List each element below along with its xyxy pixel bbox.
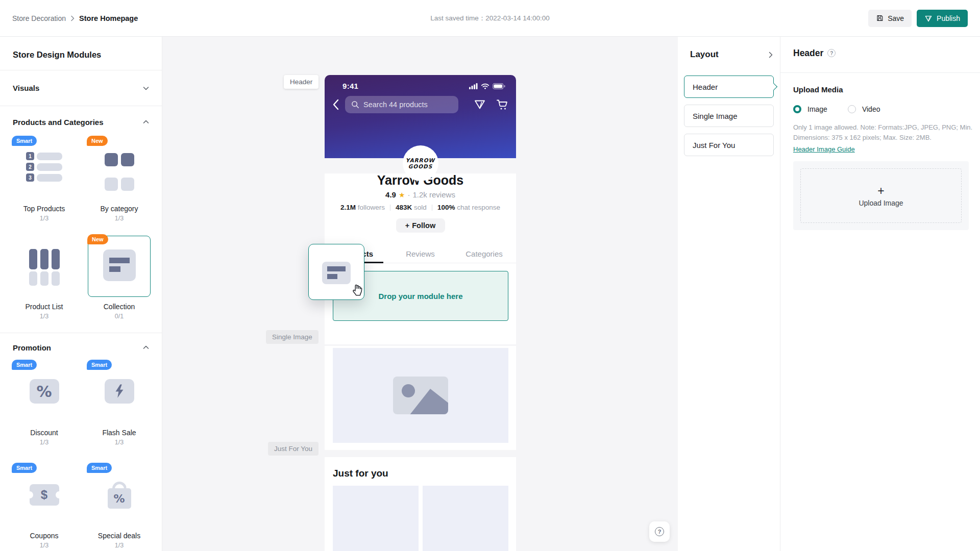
modules-sidebar: Store Design Modules Visuals Products an… xyxy=(0,37,162,551)
layout-item-just-for-you[interactable]: Just For You xyxy=(684,134,774,156)
radio-video[interactable] xyxy=(848,105,856,113)
save-icon xyxy=(876,14,884,22)
save-button[interactable]: Save xyxy=(868,10,912,27)
tab-reviews[interactable]: Reviews xyxy=(388,245,452,263)
image-placeholder-icon xyxy=(393,377,448,414)
status-time: 9:41 xyxy=(342,82,358,90)
help-button[interactable]: ? xyxy=(649,521,670,542)
search-placeholder: Search 44 products xyxy=(363,101,428,109)
store-decoration-app: Store Decoration Store Homepage Last sav… xyxy=(0,0,980,551)
save-button-label: Save xyxy=(888,14,904,22)
new-badge: New xyxy=(87,234,108,244)
wifi-icon xyxy=(481,83,489,89)
breadcrumb-store-homepage: Store Homepage xyxy=(79,14,138,22)
smart-badge: Smart xyxy=(87,463,112,473)
smart-badge: Smart xyxy=(12,360,37,370)
follow-button[interactable]: + Follow xyxy=(396,218,445,233)
upload-image-label: Upload Image xyxy=(859,199,903,207)
info-icon[interactable]: ? xyxy=(827,49,836,57)
products-modules-grid: Smart 1 2 3 Top Products 1/3 New xyxy=(0,138,162,320)
header-panel-title: Header xyxy=(793,48,823,59)
search-icon xyxy=(351,101,359,109)
tab-categories[interactable]: Categories xyxy=(452,245,516,263)
radio-video-label[interactable]: Video xyxy=(862,105,880,113)
selected-pointer xyxy=(770,83,777,90)
single-image-module-tag[interactable]: Single Image xyxy=(266,330,318,344)
special-deals-bag-icon: % xyxy=(108,488,131,509)
chevron-down-icon xyxy=(143,86,149,90)
collection-module-icon xyxy=(322,262,351,284)
dragged-collection-module[interactable] xyxy=(308,244,364,300)
store-rating: 4.9 ★ · 1.2k reviews xyxy=(325,190,516,199)
smart-badge: Smart xyxy=(12,463,37,473)
upload-image-dropzone[interactable]: + Upload Image xyxy=(800,168,962,223)
just-for-you-module-tag[interactable]: Just For You xyxy=(268,442,318,456)
topbar-actions: Save Publish xyxy=(868,10,968,27)
section-promotion[interactable]: Promotion xyxy=(0,333,162,362)
collection-selected-card: New xyxy=(88,236,151,297)
product-placeholder-card xyxy=(333,486,419,551)
promotion-modules-grid: Smart % Discount 1/3 Smart Flash Sale 1/… xyxy=(0,362,162,549)
single-image-placeholder xyxy=(333,348,508,443)
plus-icon: + xyxy=(405,221,409,230)
module-discount[interactable]: Smart % Discount 1/3 xyxy=(13,362,76,446)
module-coupons[interactable]: Smart $ Coupons 1/3 xyxy=(13,465,76,549)
section-visuals-label: Visuals xyxy=(13,84,39,92)
top-products-icon: 1 2 3 xyxy=(26,152,62,199)
share-icon[interactable] xyxy=(474,99,485,110)
layout-item-header[interactable]: Header xyxy=(684,76,774,98)
radio-image[interactable] xyxy=(793,105,801,113)
chevron-right-icon[interactable] xyxy=(769,52,773,58)
by-category-icon xyxy=(105,153,134,199)
module-flash-sale[interactable]: Smart Flash Sale 1/3 xyxy=(88,362,151,446)
just-for-you-title: Just for you xyxy=(333,468,508,479)
coupon-ticket-icon: $ xyxy=(30,484,59,506)
header-module-tag[interactable]: Header xyxy=(284,75,318,89)
product-placeholder-card xyxy=(423,486,508,551)
section-promotion-label: Promotion xyxy=(13,343,51,352)
upload-container: + Upload Image xyxy=(793,161,969,230)
back-icon[interactable] xyxy=(332,99,339,110)
collection-icon xyxy=(103,249,136,281)
breadcrumb-store-decoration[interactable]: Store Decoration xyxy=(12,14,66,22)
upload-requirements-note: Only 1 image allowed. Note: Formats:JPG,… xyxy=(793,122,973,142)
header-image-guide-link[interactable]: Header Image Guide xyxy=(793,145,980,154)
store-logo: YARROW GOODS xyxy=(403,145,438,181)
phone-nav-row: Search 44 products xyxy=(332,96,508,113)
phone-just-for-you-module[interactable]: Just for you xyxy=(325,457,516,551)
hand-cursor-icon xyxy=(350,282,365,297)
radio-image-label[interactable]: Image xyxy=(807,105,827,113)
module-special-deals[interactable]: Smart % Special deals 1/3 xyxy=(88,465,151,549)
publish-button[interactable]: Publish xyxy=(917,10,968,27)
flash-sale-bolt-icon xyxy=(105,379,134,404)
cellular-signal-icon xyxy=(469,83,478,89)
layout-item-single-image[interactable]: Single Image xyxy=(684,105,774,127)
phone-single-image-module[interactable] xyxy=(325,346,516,450)
publish-icon xyxy=(924,14,933,22)
module-collection[interactable]: New Collection 0/1 xyxy=(88,236,151,320)
section-visuals[interactable]: Visuals xyxy=(0,70,162,106)
panel-divider xyxy=(780,72,980,73)
reviews-count: 1.2k reviews xyxy=(413,190,455,199)
module-product-list[interactable]: Product List 1/3 xyxy=(13,236,76,320)
phone-status-bar: 9:41 xyxy=(332,75,508,90)
layout-panel: Layout Header Single Image Just For You xyxy=(678,37,780,551)
product-list-icon xyxy=(29,249,60,297)
top-bar: Store Decoration Store Homepage Last sav… xyxy=(0,0,980,37)
publish-button-label: Publish xyxy=(937,14,960,22)
search-input[interactable]: Search 44 products xyxy=(345,96,458,113)
section-products-label: Products and Categories xyxy=(13,118,104,127)
cart-icon[interactable] xyxy=(496,99,508,110)
breadcrumb-chevron-icon xyxy=(70,15,75,21)
new-badge: New xyxy=(87,136,108,146)
smart-badge: Smart xyxy=(12,136,37,146)
star-icon: ★ xyxy=(399,190,405,199)
module-by-category[interactable]: New By category 1/3 xyxy=(88,138,151,222)
section-products-categories[interactable]: Products and Categories xyxy=(0,106,162,138)
phone-preview: 9:41 xyxy=(325,75,516,551)
layout-panel-title: Layout xyxy=(690,49,719,60)
last-saved-time: Last saved time：2022-03-14 14:00:00 xyxy=(430,14,549,23)
module-top-products[interactable]: Smart 1 2 3 Top Products 1/3 xyxy=(13,138,76,222)
header-settings-panel: Header ? Upload Media Image Video Only 1… xyxy=(780,37,980,551)
store-stats: 2.1M followers 483K sold 100% chat respo… xyxy=(325,203,516,212)
